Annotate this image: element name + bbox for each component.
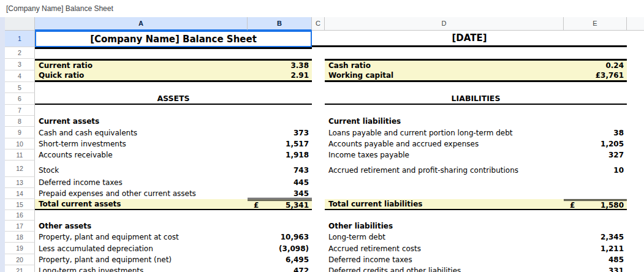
liabilities-header[interactable]: LIABILITIES xyxy=(325,93,627,105)
item-value: 331 xyxy=(564,266,627,272)
item-label: Property, plant and equipment (net) xyxy=(35,255,248,264)
working-capital-row[interactable]: Working capital £3,761 xyxy=(325,71,627,80)
item-label: Deferred income taxes xyxy=(325,255,564,264)
column-header-c[interactable]: C xyxy=(312,17,325,31)
currency-symbol: £ xyxy=(254,201,259,210)
table-row[interactable]: Property, plant and equipment (net) 6,49… xyxy=(35,254,312,265)
row-header-3[interactable]: 3 xyxy=(5,59,35,70)
column-header-e[interactable]: E xyxy=(564,17,627,31)
row-header-17[interactable]: 17 xyxy=(5,221,35,232)
item-label: Accounts payable and accrued expenses xyxy=(325,140,564,148)
total-value-cell: £ 1,580 xyxy=(564,199,627,210)
other-liabilities-title-row[interactable]: Other liabilities xyxy=(325,221,627,232)
item-label: Deferred income taxes xyxy=(35,178,248,187)
row-header-13[interactable]: 13 xyxy=(5,177,35,188)
table-row[interactable]: Accrued retirement costs 1,211 xyxy=(325,243,627,254)
item-value: 10,963 xyxy=(248,233,312,241)
item-label: Accounts receivable xyxy=(35,151,248,159)
row-header-21[interactable]: 21 xyxy=(5,265,35,272)
item-value: 485 xyxy=(564,255,627,264)
row-header-8[interactable]: 8 xyxy=(5,116,35,127)
left-edge-strip xyxy=(0,17,5,272)
item-value: 345 xyxy=(248,189,312,198)
table-row[interactable]: Accounts receivable 1,918 xyxy=(35,149,312,161)
item-label: Less accumulated depreciation xyxy=(35,244,248,253)
section-title: Current assets xyxy=(35,117,312,126)
table-row[interactable]: Loans payable and current portion long-t… xyxy=(325,127,627,138)
ratio-block-left: Current ratio 3.38 Quick ratio 2.91 xyxy=(35,59,312,82)
current-assets-title-row[interactable]: Current assets xyxy=(35,116,312,127)
item-label: Accrued retirement costs xyxy=(325,244,564,253)
cash-ratio-row[interactable]: Cash ratio 0.24 xyxy=(325,61,627,70)
table-row[interactable]: Deferred credits and other liabilities 3… xyxy=(325,265,627,272)
cell-sheet-title[interactable]: [Company Name] Balance Sheet xyxy=(35,31,312,47)
ratio-value: 2.91 xyxy=(248,71,312,80)
document-title: [Company Name] Balance Sheet xyxy=(6,4,113,13)
total-current-liabilities-row[interactable]: Total current liabilities £ 1,580 xyxy=(325,199,627,210)
section-title: Other assets xyxy=(35,222,312,230)
row-header-6[interactable]: 6 xyxy=(5,93,35,105)
column-header-b[interactable]: B xyxy=(248,17,312,31)
table-row[interactable]: Stock 743 xyxy=(35,161,312,177)
other-assets-title-row[interactable]: Other assets xyxy=(35,221,312,232)
row-header-4[interactable]: 4 xyxy=(5,70,35,82)
row-header-15[interactable]: 15 xyxy=(5,199,35,210)
item-label: Property, plant and equipment at cost xyxy=(35,233,248,241)
table-row[interactable]: Prepaid expenses and other current asset… xyxy=(35,188,312,199)
table-row[interactable]: Cash and cash equivalents 373 xyxy=(35,127,312,138)
currency-symbol: £ xyxy=(570,201,575,210)
table-row[interactable]: Deferred income taxes 445 xyxy=(35,177,312,188)
total-current-assets-row[interactable]: Total current assets £ 5,341 xyxy=(35,199,312,210)
item-value: 10 xyxy=(564,166,627,175)
current-ratio-row[interactable]: Current ratio 3.38 xyxy=(35,61,312,70)
table-row[interactable]: Short-term investments 1,517 xyxy=(35,138,312,149)
table-row[interactable]: Accrued retirement and profit-sharing co… xyxy=(325,161,627,177)
row-header-19[interactable]: 19 xyxy=(5,243,35,254)
title-bottom-border xyxy=(35,47,312,49)
select-all-corner[interactable] xyxy=(5,17,35,31)
row-header-1[interactable]: 1 xyxy=(5,31,35,47)
column-header-f[interactable] xyxy=(627,17,644,31)
section-title: Other liabilities xyxy=(325,222,627,230)
spreadsheet-app: [Company Name] Balance Sheet A B C D E 1… xyxy=(0,0,644,272)
table-row[interactable]: Long-term cash investments 472 xyxy=(35,265,312,272)
column-header-a[interactable]: A xyxy=(35,17,248,31)
row-header-5[interactable]: 5 xyxy=(5,82,35,93)
item-value: 445 xyxy=(248,178,312,187)
item-value: 1,918 xyxy=(248,151,312,159)
row-header-18[interactable]: 18 xyxy=(5,232,35,243)
row-header-20[interactable]: 20 xyxy=(5,254,35,265)
item-label: Long-term cash investments xyxy=(35,266,248,272)
row-header-16[interactable]: 16 xyxy=(5,210,35,221)
row-header-7[interactable]: 7 xyxy=(5,105,35,116)
row-header-12[interactable]: 12 xyxy=(5,161,35,177)
row-header-14[interactable]: 14 xyxy=(5,188,35,199)
item-label: Long-term debt xyxy=(325,233,564,241)
column-header-d[interactable]: D xyxy=(325,17,564,31)
total-value: 5,341 xyxy=(286,201,309,210)
row-header-11[interactable]: 11 xyxy=(5,149,35,161)
table-row[interactable]: Deferred income taxes 485 xyxy=(325,254,627,265)
item-value: 38 xyxy=(564,129,627,137)
table-row[interactable]: Less accumulated depreciation (3,098) xyxy=(35,243,312,254)
total-label: Total current liabilities xyxy=(325,200,564,208)
table-row[interactable]: Income taxes payable 327 xyxy=(325,149,627,161)
quick-ratio-row[interactable]: Quick ratio 2.91 xyxy=(35,71,312,80)
table-row[interactable]: Property, plant and equipment at cost 10… xyxy=(35,232,312,243)
item-label: Short-term investments xyxy=(35,140,248,148)
current-liabilities-title-row[interactable]: Current liabilities xyxy=(325,116,627,127)
total-label: Total current assets xyxy=(35,200,248,208)
item-value: 743 xyxy=(248,166,312,175)
assets-header[interactable]: ASSETS xyxy=(35,93,312,105)
ratio-label: Quick ratio xyxy=(35,71,248,80)
row-header-10[interactable]: 10 xyxy=(5,138,35,149)
table-row[interactable]: Long-term debt 2,345 xyxy=(325,232,627,243)
sheet-title-bar: [Company Name] Balance Sheet xyxy=(0,0,644,17)
table-row[interactable]: Accounts payable and accrued expenses 1,… xyxy=(325,138,627,149)
total-value-cell: £ 5,341 xyxy=(248,199,312,210)
cell-date[interactable]: [DATE] xyxy=(312,31,627,47)
item-label: Stock xyxy=(35,166,248,175)
row-header-9[interactable]: 9 xyxy=(5,127,35,138)
row-header-2[interactable]: 2 xyxy=(5,47,35,59)
item-label: Accrued retirement and profit-sharing co… xyxy=(325,166,564,175)
